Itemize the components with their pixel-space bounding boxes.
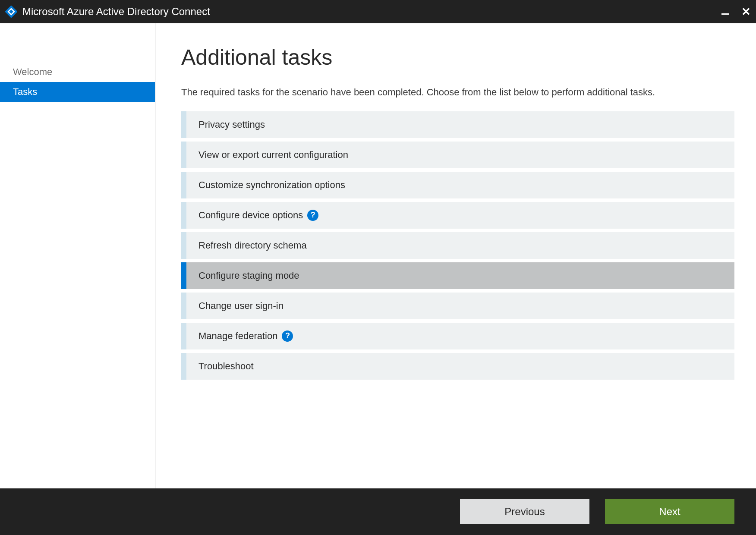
titlebar: Microsoft Azure Active Directory Connect…: [0, 0, 756, 23]
window-title: Microsoft Azure Active Directory Connect: [22, 6, 721, 18]
task-label: View or export current configuration: [198, 149, 348, 160]
azure-logo-icon: [5, 6, 17, 18]
task-accent: [181, 232, 186, 259]
window-controls: ✕: [721, 6, 751, 17]
previous-button[interactable]: Previous: [460, 499, 589, 524]
task-troubleshoot[interactable]: Troubleshoot: [181, 353, 734, 380]
task-customize-sync[interactable]: Customize synchronization options: [181, 172, 734, 198]
task-privacy-settings[interactable]: Privacy settings: [181, 111, 734, 138]
task-accent: [181, 353, 186, 380]
task-label: Manage federation: [198, 330, 277, 342]
task-label: Configure device options: [198, 210, 303, 221]
footer: Previous Next: [0, 488, 756, 535]
task-accent: [181, 142, 186, 168]
task-change-user-signin[interactable]: Change user sign-in: [181, 293, 734, 319]
task-list: Privacy settings View or export current …: [181, 111, 734, 380]
task-label: Configure staging mode: [198, 270, 299, 281]
task-accent: [181, 202, 186, 229]
task-label: Privacy settings: [198, 119, 265, 130]
sidebar-item-tasks[interactable]: Tasks: [0, 82, 155, 102]
task-label: Troubleshoot: [198, 361, 254, 372]
content-body: Welcome Tasks Additional tasks The requi…: [0, 23, 756, 488]
page-title: Additional tasks: [181, 45, 734, 70]
help-icon[interactable]: ?: [282, 330, 293, 342]
next-button[interactable]: Next: [605, 499, 734, 524]
sidebar-item-label: Tasks: [13, 86, 37, 98]
task-accent: [181, 111, 186, 138]
task-refresh-schema[interactable]: Refresh directory schema: [181, 232, 734, 259]
page-description: The required tasks for the scenario have…: [181, 85, 734, 99]
sidebar-item-welcome[interactable]: Welcome: [0, 62, 155, 82]
close-icon[interactable]: ✕: [741, 6, 751, 17]
main-panel: Additional tasks The required tasks for …: [155, 23, 756, 488]
task-configure-device-options[interactable]: Configure device options ?: [181, 202, 734, 229]
help-icon[interactable]: ?: [307, 210, 318, 221]
task-view-export-config[interactable]: View or export current configuration: [181, 142, 734, 168]
sidebar: Welcome Tasks: [0, 23, 155, 488]
task-label: Change user sign-in: [198, 300, 284, 312]
task-label: Customize synchronization options: [198, 179, 345, 191]
task-accent: [181, 293, 186, 319]
task-configure-staging-mode[interactable]: Configure staging mode: [181, 262, 734, 289]
task-label: Refresh directory schema: [198, 240, 307, 251]
task-accent: [181, 323, 186, 349]
task-accent: [181, 172, 186, 198]
sidebar-item-label: Welcome: [13, 66, 52, 78]
minimize-icon[interactable]: [721, 13, 729, 15]
task-accent: [181, 262, 186, 289]
task-manage-federation[interactable]: Manage federation ?: [181, 323, 734, 349]
